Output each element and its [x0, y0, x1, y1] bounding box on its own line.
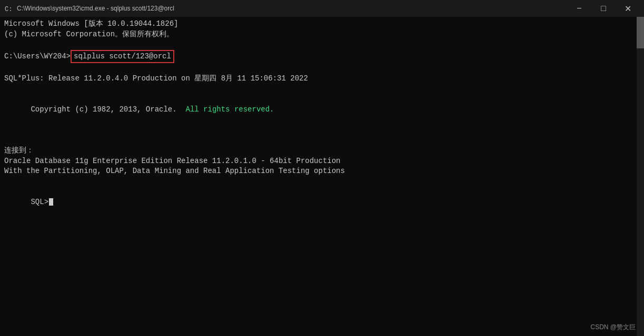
- prompt-text: C:\Users\WY204>: [4, 52, 71, 62]
- title-bar-text: C:\Windows\system32\cmd.exe - sqlplus sc…: [17, 5, 567, 12]
- line-connected-label: 连接到：: [4, 146, 640, 156]
- svg-text:C:: C:: [5, 6, 12, 13]
- line-sqlplus-version: SQL*Plus: Release 11.2.0.4.0 Production …: [4, 74, 640, 84]
- line-microsoft-corp: (c) Microsoft Corporation。保留所有权利。: [4, 29, 640, 40]
- command-highlighted: sqlplus scott/123@orcl: [71, 50, 174, 64]
- cursor: [49, 198, 53, 206]
- line-empty-3: [4, 84, 640, 95]
- line-empty-1: [4, 39, 640, 50]
- cmd-window: C: C:\Windows\system32\cmd.exe - sqlplus…: [0, 0, 644, 336]
- watermark: CSDN @赞文巨: [590, 323, 636, 332]
- line-empty-5: [4, 136, 640, 146]
- line-empty-2: [4, 63, 640, 74]
- scrollbar[interactable]: [637, 17, 644, 336]
- copyright-line: Copyright (c) 1982, 2013, Oracle. All ri…: [4, 94, 640, 125]
- maximize-button[interactable]: □: [591, 0, 616, 17]
- line-oracle-db: Oracle Database 11g Enterprise Edition R…: [4, 156, 640, 167]
- minimize-button[interactable]: −: [567, 0, 591, 17]
- cmd-icon: C:: [4, 4, 13, 13]
- line-oracle-options: With the Partitioning, OLAP, Data Mining…: [4, 166, 640, 177]
- close-button[interactable]: ✕: [616, 0, 640, 17]
- copyright-text-green: All rights reserved.: [185, 105, 274, 114]
- copyright-text-start: Copyright (c) 1982, 2013, Oracle.: [31, 105, 185, 114]
- scrollbar-thumb[interactable]: [637, 17, 644, 48]
- command-line: C:\Users\WY204>sqlplus scott/123@orcl: [4, 50, 640, 64]
- sql-prompt-text: SQL>: [31, 198, 48, 206]
- line-empty-6: [4, 177, 640, 187]
- title-bar-controls: − □ ✕: [567, 0, 640, 17]
- sql-prompt-line: SQL>: [4, 187, 640, 218]
- line-empty-4: [4, 125, 640, 136]
- console-area: Microsoft Windows [版本 10.0.19044.1826] (…: [0, 17, 644, 336]
- line-windows-version: Microsoft Windows [版本 10.0.19044.1826]: [4, 19, 640, 29]
- title-bar: C: C:\Windows\system32\cmd.exe - sqlplus…: [0, 0, 644, 17]
